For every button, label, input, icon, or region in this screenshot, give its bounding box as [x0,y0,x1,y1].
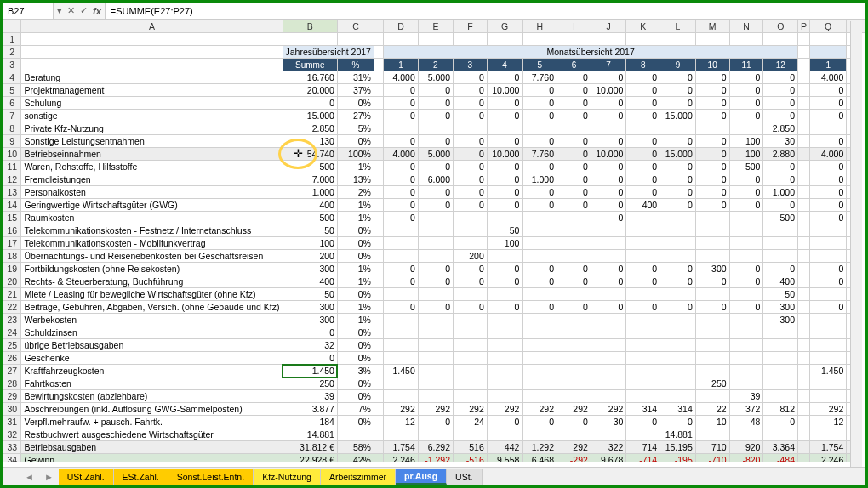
cell[interactable] [418,237,453,250]
cell[interactable] [695,339,729,352]
cell[interactable] [763,326,798,339]
cell[interactable]: 0 [283,352,337,365]
cell[interactable]: 0% [337,135,374,148]
cell[interactable]: 0 [695,161,729,173]
cell[interactable]: 0% [337,390,374,403]
cell[interactable]: 0 [626,110,660,122]
row-header[interactable]: 13 [3,186,21,199]
cell[interactable]: 0 [591,71,626,84]
cell[interactable]: 1.754 [810,441,847,454]
cell[interactable]: 2% [337,186,374,199]
cell[interactable] [523,326,557,339]
cell[interactable]: 0 [487,199,523,212]
cell[interactable] [810,339,847,352]
cell[interactable] [487,390,523,403]
row-header[interactable]: 25 [3,339,21,352]
cell[interactable]: -292 [557,454,591,462]
cell[interactable]: 100 [283,237,337,250]
cell[interactable]: 15.000 [283,110,337,122]
cell[interactable] [384,339,419,352]
cell[interactable]: 0 [384,301,419,314]
cell[interactable] [453,390,487,403]
cell[interactable]: 200 [453,250,487,263]
cell[interactable]: 15.000 [660,110,696,122]
cell[interactable]: 1% [337,263,374,275]
cell[interactable]: 0 [487,173,523,186]
cell[interactable]: 31% [337,71,374,84]
cell[interactable]: 0 [660,173,696,186]
cell[interactable]: 0 [660,275,696,288]
cell[interactable]: 184 [283,416,337,428]
col-header-F[interactable]: F [453,20,487,33]
cell[interactable]: 0 [418,110,453,122]
cell[interactable]: 400 [763,275,798,288]
cell[interactable]: 0 [626,84,660,97]
cell[interactable]: 24 [453,416,487,428]
row-header[interactable]: 24 [3,326,21,339]
cell[interactable] [695,390,729,403]
cell[interactable]: 300 [695,263,729,275]
cell[interactable] [810,390,847,403]
cell[interactable]: 27% [337,110,374,122]
cell[interactable]: 1.450 [810,365,847,377]
cell[interactable]: 0% [337,416,374,428]
formula-input[interactable]: =SUMME(E27:P27) [105,3,865,19]
cell[interactable] [384,122,419,135]
cell[interactable]: 0 [695,97,729,110]
cell[interactable]: 0 [453,110,487,122]
cell[interactable]: 300 [763,301,798,314]
accept-icon[interactable]: ✓ [80,5,88,16]
cell[interactable]: 0 [453,301,487,314]
cell[interactable]: 0 [626,186,660,199]
cell[interactable] [626,122,660,135]
cell[interactable]: 22 [695,403,729,416]
cell[interactable]: 0 [626,416,660,428]
cell[interactable] [695,224,729,237]
cell[interactable]: 0 [660,186,696,199]
cell[interactable] [557,326,591,339]
row-header[interactable]: 10 [3,148,21,161]
cell[interactable] [729,122,763,135]
cell[interactable] [418,339,453,352]
cell[interactable]: 0 [453,186,487,199]
cell[interactable]: 500 [283,161,337,173]
cell[interactable]: 0 [557,161,591,173]
cell[interactable] [626,314,660,326]
cell[interactable]: 2.246 [384,454,419,462]
cell[interactable] [729,288,763,301]
cell[interactable]: 0 [453,148,487,161]
cell[interactable]: 1% [337,161,374,173]
cell[interactable]: 0 [384,84,419,97]
row-header[interactable]: 3 [3,59,21,71]
cell[interactable] [453,365,487,377]
cell[interactable]: 250 [695,377,729,390]
row-header[interactable]: 26 [3,352,21,365]
sheet-tab[interactable]: USt.Zahl. [59,469,114,485]
row-header[interactable]: 32 [3,428,21,441]
cell[interactable] [523,314,557,326]
cell[interactable]: 0 [660,84,696,97]
cell[interactable] [523,250,557,263]
cell[interactable]: 13% [337,173,374,186]
cell[interactable]: 14.881 [283,428,337,441]
row-label[interactable]: Personalkosten [21,186,283,199]
cell[interactable] [453,428,487,441]
cell[interactable]: 2.850 [283,122,337,135]
cell[interactable]: 4.000 [384,71,419,84]
cell[interactable]: 6.000 [418,173,453,186]
cell[interactable] [453,339,487,352]
cell[interactable]: 12 [384,416,419,428]
cell[interactable]: 3.877 [283,403,337,416]
cell[interactable] [418,352,453,365]
cell[interactable]: 0 [660,135,696,148]
cell[interactable]: 0 [487,186,523,199]
cell[interactable]: 0 [283,326,337,339]
cell[interactable]: 292 [384,403,419,416]
cell[interactable]: 0 [557,186,591,199]
cell[interactable] [729,377,763,390]
cell[interactable]: 1% [337,275,374,288]
cell[interactable]: 0 [523,301,557,314]
cell[interactable] [626,212,660,224]
cell[interactable]: 0 [810,84,847,97]
row-header[interactable]: 16 [3,224,21,237]
